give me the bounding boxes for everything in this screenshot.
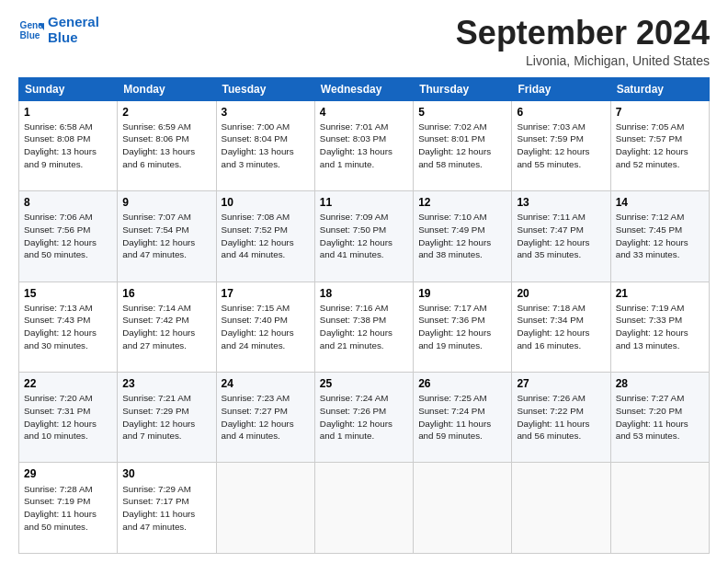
calendar-cell: 14Sunrise: 7:12 AMSunset: 7:45 PMDayligh… (610, 191, 709, 282)
calendar-cell: 30Sunrise: 7:29 AMSunset: 7:17 PMDayligh… (118, 463, 216, 554)
calendar-cell (414, 463, 512, 554)
day-number: 27 (517, 376, 605, 391)
header-saturday: Saturday (610, 77, 709, 100)
day-number: 5 (418, 105, 506, 120)
header-tuesday: Tuesday (216, 77, 314, 100)
day-info: Sunrise: 7:14 AMSunset: 7:42 PMDaylight:… (122, 302, 210, 352)
day-number: 21 (616, 286, 704, 301)
day-number: 19 (418, 286, 506, 301)
calendar-cell: 20Sunrise: 7:18 AMSunset: 7:34 PMDayligh… (512, 282, 610, 372)
calendar-cell: 8Sunrise: 7:06 AMSunset: 7:56 PMDaylight… (19, 191, 118, 282)
day-info: Sunrise: 7:18 AMSunset: 7:34 PMDaylight:… (517, 302, 605, 352)
day-number: 2 (122, 105, 210, 120)
calendar-cell: 1Sunrise: 6:58 AMSunset: 8:08 PMDaylight… (19, 100, 118, 190)
day-info: Sunrise: 7:03 AMSunset: 7:59 PMDaylight:… (517, 121, 605, 171)
logo: General Blue General Blue (18, 15, 99, 45)
day-number: 16 (122, 286, 210, 301)
day-info: Sunrise: 7:24 AMSunset: 7:26 PMDaylight:… (320, 392, 408, 442)
day-info: Sunrise: 7:17 AMSunset: 7:36 PMDaylight:… (418, 302, 506, 352)
day-info: Sunrise: 7:09 AMSunset: 7:50 PMDaylight:… (320, 211, 408, 261)
day-number: 7 (616, 105, 704, 120)
calendar-cell: 23Sunrise: 7:21 AMSunset: 7:29 PMDayligh… (118, 373, 216, 463)
week-row-0: 1Sunrise: 6:58 AMSunset: 8:08 PMDaylight… (19, 100, 710, 190)
calendar-cell: 21Sunrise: 7:19 AMSunset: 7:33 PMDayligh… (610, 282, 709, 372)
calendar-cell: 28Sunrise: 7:27 AMSunset: 7:20 PMDayligh… (610, 373, 709, 463)
day-info: Sunrise: 7:10 AMSunset: 7:49 PMDaylight:… (418, 211, 506, 261)
title-block: September 2024 Livonia, Michigan, United… (456, 15, 710, 68)
day-info: Sunrise: 7:25 AMSunset: 7:24 PMDaylight:… (418, 392, 506, 442)
day-number: 15 (24, 286, 112, 301)
calendar-cell: 4Sunrise: 7:01 AMSunset: 8:03 PMDaylight… (314, 100, 413, 190)
header: General Blue General Blue September 2024… (18, 15, 710, 68)
calendar-cell: 15Sunrise: 7:13 AMSunset: 7:43 PMDayligh… (19, 282, 118, 372)
day-info: Sunrise: 7:01 AMSunset: 8:03 PMDaylight:… (320, 121, 408, 171)
logo-line1: General (48, 14, 99, 29)
day-number: 14 (616, 195, 704, 210)
calendar-cell: 10Sunrise: 7:08 AMSunset: 7:52 PMDayligh… (216, 191, 314, 282)
day-number: 20 (517, 286, 605, 301)
day-number: 17 (222, 286, 310, 301)
svg-text:Blue: Blue (20, 30, 40, 40)
day-info: Sunrise: 7:13 AMSunset: 7:43 PMDaylight:… (24, 302, 112, 352)
calendar-page: General Blue General Blue September 2024… (0, 0, 728, 563)
day-info: Sunrise: 7:08 AMSunset: 7:52 PMDaylight:… (222, 211, 310, 261)
day-number: 8 (24, 195, 112, 210)
calendar-cell: 12Sunrise: 7:10 AMSunset: 7:49 PMDayligh… (414, 191, 512, 282)
calendar-cell: 17Sunrise: 7:15 AMSunset: 7:40 PMDayligh… (216, 282, 314, 372)
calendar-cell: 13Sunrise: 7:11 AMSunset: 7:47 PMDayligh… (512, 191, 610, 282)
day-info: Sunrise: 7:28 AMSunset: 7:19 PMDaylight:… (24, 483, 112, 534)
calendar-cell: 22Sunrise: 7:20 AMSunset: 7:31 PMDayligh… (19, 373, 118, 463)
calendar-cell: 18Sunrise: 7:16 AMSunset: 7:38 PMDayligh… (314, 282, 413, 372)
day-info: Sunrise: 7:00 AMSunset: 8:04 PMDaylight:… (222, 121, 310, 171)
day-info: Sunrise: 7:07 AMSunset: 7:54 PMDaylight:… (122, 211, 210, 261)
day-number: 28 (616, 376, 704, 391)
day-number: 26 (418, 376, 506, 391)
calendar-cell: 3Sunrise: 7:00 AMSunset: 8:04 PMDaylight… (216, 100, 314, 190)
day-info: Sunrise: 7:12 AMSunset: 7:45 PMDaylight:… (616, 211, 704, 261)
week-row-4: 29Sunrise: 7:28 AMSunset: 7:19 PMDayligh… (19, 463, 710, 554)
day-number: 4 (320, 105, 408, 120)
calendar-cell (610, 463, 709, 554)
day-info: Sunrise: 7:16 AMSunset: 7:38 PMDaylight:… (320, 302, 408, 352)
calendar-cell: 25Sunrise: 7:24 AMSunset: 7:26 PMDayligh… (314, 373, 413, 463)
day-info: Sunrise: 7:19 AMSunset: 7:33 PMDaylight:… (616, 302, 704, 352)
header-friday: Friday (512, 77, 610, 100)
day-info: Sunrise: 7:15 AMSunset: 7:40 PMDaylight:… (222, 302, 310, 352)
day-number: 10 (222, 195, 310, 210)
day-number: 29 (24, 466, 112, 481)
header-monday: Monday (118, 77, 216, 100)
calendar-cell: 19Sunrise: 7:17 AMSunset: 7:36 PMDayligh… (414, 282, 512, 372)
calendar-cell (512, 463, 610, 554)
calendar-cell: 26Sunrise: 7:25 AMSunset: 7:24 PMDayligh… (414, 373, 512, 463)
day-info: Sunrise: 7:20 AMSunset: 7:31 PMDaylight:… (24, 392, 112, 442)
calendar-cell: 29Sunrise: 7:28 AMSunset: 7:19 PMDayligh… (19, 463, 118, 554)
logo-icon: General Blue (18, 17, 44, 43)
calendar-cell: 11Sunrise: 7:09 AMSunset: 7:50 PMDayligh… (314, 191, 413, 282)
day-number: 18 (320, 286, 408, 301)
day-info: Sunrise: 7:29 AMSunset: 7:17 PMDaylight:… (122, 483, 210, 534)
day-number: 12 (418, 195, 506, 210)
day-info: Sunrise: 6:59 AMSunset: 8:06 PMDaylight:… (122, 121, 210, 171)
day-number: 30 (122, 466, 210, 481)
day-info: Sunrise: 7:11 AMSunset: 7:47 PMDaylight:… (517, 211, 605, 261)
header-thursday: Thursday (414, 77, 512, 100)
day-number: 9 (122, 195, 210, 210)
calendar-cell (314, 463, 413, 554)
day-number: 6 (517, 105, 605, 120)
week-row-2: 15Sunrise: 7:13 AMSunset: 7:43 PMDayligh… (19, 282, 710, 372)
day-info: Sunrise: 7:23 AMSunset: 7:27 PMDaylight:… (222, 392, 310, 442)
week-row-3: 22Sunrise: 7:20 AMSunset: 7:31 PMDayligh… (19, 373, 710, 463)
day-number: 22 (24, 376, 112, 391)
day-number: 24 (222, 376, 310, 391)
calendar-cell: 5Sunrise: 7:02 AMSunset: 8:01 PMDaylight… (414, 100, 512, 190)
day-number: 25 (320, 376, 408, 391)
day-info: Sunrise: 7:21 AMSunset: 7:29 PMDaylight:… (122, 392, 210, 442)
calendar-cell: 6Sunrise: 7:03 AMSunset: 7:59 PMDaylight… (512, 100, 610, 190)
calendar-cell: 9Sunrise: 7:07 AMSunset: 7:54 PMDaylight… (118, 191, 216, 282)
calendar-cell: 2Sunrise: 6:59 AMSunset: 8:06 PMDaylight… (118, 100, 216, 190)
location: Livonia, Michigan, United States (456, 53, 710, 68)
day-info: Sunrise: 7:26 AMSunset: 7:22 PMDaylight:… (517, 392, 605, 442)
logo-text: General Blue (48, 15, 99, 45)
calendar-table: SundayMondayTuesdayWednesdayThursdayFrid… (18, 77, 710, 554)
header-sunday: Sunday (19, 77, 118, 100)
